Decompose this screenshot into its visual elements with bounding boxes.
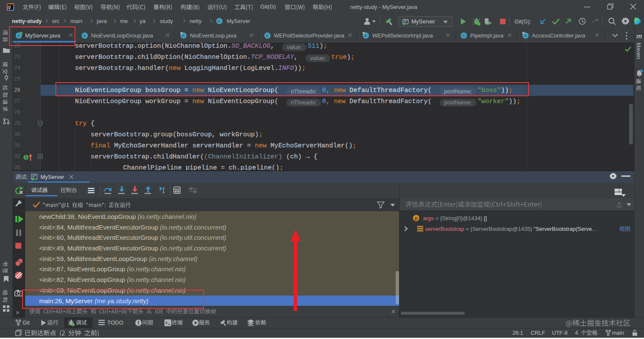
- svg-text:IJ: IJ: [8, 5, 11, 9]
- svg-text:C: C: [83, 33, 86, 38]
- svg-text:C: C: [365, 33, 368, 38]
- svg-text:p: p: [415, 215, 418, 221]
- svg-text:C: C: [218, 19, 221, 23]
- svg-text:C: C: [182, 33, 185, 38]
- svg-text:C: C: [266, 33, 269, 38]
- svg-text:C: C: [524, 33, 527, 38]
- svg-text:C: C: [463, 33, 466, 38]
